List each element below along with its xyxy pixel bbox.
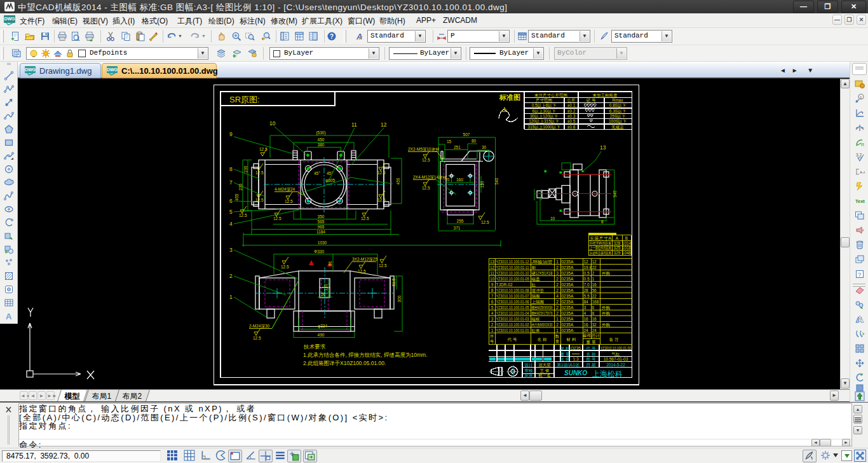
svg-text:56: 56 (592, 288, 597, 293)
svg-text:8: 8 (601, 219, 604, 224)
svg-text:隔圈: 隔圈 (532, 294, 540, 299)
svg-text:16: 16 (584, 322, 589, 327)
svg-text:量: 量 (555, 339, 560, 343)
svg-text:6以上30以下: 6以上30以下 (532, 109, 556, 113)
svg-text:0235A: 0235A (562, 294, 574, 298)
svg-text:总计: 总计 (591, 333, 600, 338)
svg-text:批准: 批准 (525, 373, 534, 378)
svg-text:行程开档间距离: 行程开档间距离 (590, 241, 611, 246)
svg-text:(530): (530) (316, 130, 325, 135)
svg-text:重 量: 重 量 (587, 340, 596, 344)
svg-text:8: 8 (592, 311, 595, 315)
svg-text:3: 3 (491, 317, 494, 321)
svg-text:350: 350 (318, 214, 325, 219)
svg-text:张大星: 张大星 (538, 363, 551, 368)
svg-text:340: 340 (613, 190, 617, 197)
svg-text:24: 24 (592, 328, 597, 333)
svg-text:缸体: 缸体 (532, 328, 541, 333)
svg-text:10: 10 (269, 120, 276, 127)
svg-text:9: 9 (229, 131, 233, 137)
svg-text:序: 序 (490, 334, 494, 338)
svg-text:YZ3010.10.100.01-07: YZ3010.10.100.01-07 (496, 294, 529, 298)
svg-text:郑三多: 郑三多 (538, 373, 551, 378)
svg-text:备 注: 备 注 (609, 337, 619, 342)
svg-text:上海松科: 上海松科 (592, 370, 623, 378)
svg-text:1018: 1018 (622, 245, 632, 250)
svg-text:10.567-01-03: 10.567-01-03 (604, 357, 628, 361)
svg-text:8: 8 (229, 166, 233, 172)
svg-text:材 料: 材 料 (560, 346, 570, 351)
svg-text:YZ3010.10.100.01-06: YZ3010.10.100.01-06 (496, 300, 529, 304)
svg-text:2: 2 (556, 265, 559, 270)
svg-text:6: 6 (592, 305, 595, 310)
svg-text:0.8S以下: 0.8S以下 (609, 103, 627, 107)
svg-text:22: 22 (592, 294, 597, 298)
svg-text:单件: 单件 (583, 333, 592, 338)
svg-text:0.5: 0.5 (584, 277, 590, 281)
svg-text:4: 4 (229, 221, 233, 227)
svg-text:材 料: 材 料 (566, 337, 576, 342)
svg-text:329: 329 (614, 251, 621, 255)
svg-text:螺栓M25X90X30: 螺栓M25X90X30 (532, 305, 553, 310)
svg-text:7.0: 7.0 (584, 282, 590, 287)
svg-text:2X2-M5深10攻丝: 2X2-M5深10攻丝 (408, 147, 440, 152)
svg-text:0235A: 0235A (562, 288, 574, 293)
svg-text:12.5: 12.5 (422, 186, 430, 190)
svg-text:代 号: 代 号 (586, 346, 596, 350)
svg-text:12.5: 12.5 (358, 269, 366, 273)
svg-text:Q235: Q235 (571, 346, 581, 351)
svg-text:328: 328 (614, 241, 621, 245)
svg-text:11: 11 (490, 271, 494, 275)
svg-text:235: 235 (238, 183, 243, 190)
svg-text:32: 32 (592, 322, 597, 327)
svg-text:1: 1 (556, 317, 559, 321)
svg-text:10: 10 (550, 216, 555, 221)
svg-text:28: 28 (584, 288, 589, 293)
svg-text:16: 16 (584, 317, 589, 321)
svg-text:TJDR-02: TJDR-02 (496, 282, 513, 287)
svg-text:61.5: 61.5 (391, 278, 396, 286)
svg-text:56: 56 (321, 292, 326, 296)
svg-text:371: 371 (454, 226, 461, 230)
svg-text:±0.3: ±0.3 (567, 114, 576, 118)
svg-text:重 量: 重 量 (560, 352, 570, 356)
svg-text:1014: 1014 (622, 241, 632, 245)
svg-text:上隔圈: 上隔圈 (532, 300, 545, 305)
svg-text:技术要求: 技术要求 (303, 343, 326, 350)
svg-text:尺寸范围: 尺寸范围 (536, 98, 552, 103)
svg-text:缓冲垫: 缓冲垫 (532, 288, 545, 293)
svg-text:25S以下: 25S以下 (610, 114, 626, 118)
svg-text:王 俊: 王 俊 (540, 368, 550, 373)
svg-text:19.8: 19.8 (584, 265, 592, 270)
svg-text:12.5: 12.5 (379, 263, 387, 268)
svg-text:0235A: 0235A (562, 282, 574, 287)
svg-text:2014-5-22: 2014-5-22 (606, 363, 625, 367)
svg-text:24: 24 (584, 328, 589, 333)
svg-text:名 称: 名 称 (587, 352, 596, 357)
svg-text:5: 5 (229, 209, 233, 215)
svg-text:内六角M3X3X30: 内六角M3X3X30 (532, 322, 553, 327)
svg-text:刷: 刷 (532, 265, 536, 270)
svg-text:5: 5 (491, 305, 494, 310)
svg-text:100S以下: 100S以下 (609, 119, 627, 123)
svg-text:450: 450 (318, 137, 325, 142)
svg-text:φ605: φ605 (325, 178, 335, 183)
svg-text:12: 12 (592, 259, 597, 264)
svg-text:图 号: 图 号 (587, 357, 596, 361)
svg-text:名 称: 名 称 (538, 337, 547, 342)
svg-text:2.此组装图详于X10Z100.05.01.00.: 2.此组装图详于X10Z100.05.01.00. (303, 360, 386, 366)
svg-text:380: 380 (318, 142, 325, 147)
svg-text:3.2: 3.2 (856, 153, 862, 157)
svg-text:16: 16 (592, 282, 597, 287)
svg-text:12.5: 12.5 (255, 198, 264, 202)
svg-text:A: A (616, 236, 619, 240)
svg-text:公差: 公差 (567, 98, 576, 102)
svg-text:230: 230 (243, 165, 248, 172)
svg-text:8: 8 (491, 288, 494, 293)
svg-text:15: 15 (447, 139, 452, 144)
svg-text:YZ3010.10.100.01-02: YZ3010.10.100.01-02 (496, 322, 529, 327)
svg-text:±0.5: ±0.5 (567, 119, 576, 123)
svg-text:JB输油管: JB输油管 (532, 259, 553, 265)
svg-text:±0.1: ±0.1 (567, 103, 576, 107)
svg-text:R: R (861, 142, 864, 147)
